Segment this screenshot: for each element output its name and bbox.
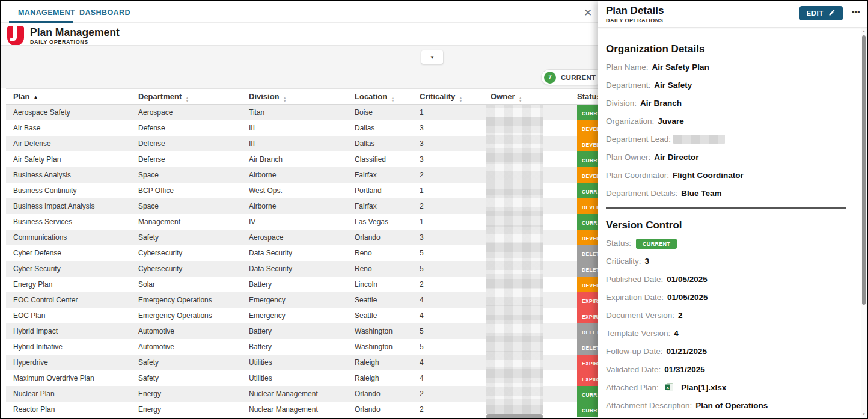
cell-department: Safety <box>131 370 242 386</box>
field-label: Document Version: <box>606 311 674 320</box>
table-row[interactable]: Cyber SecurityCybersecurityData Security… <box>6 261 674 277</box>
cell-division: III <box>242 136 347 151</box>
cell-department: Space <box>131 198 242 214</box>
cell-location: Fairfax <box>347 198 412 214</box>
panel-body: Organization DetailsPlan Name:Air Safety… <box>598 28 861 418</box>
field-value: Juvare <box>658 117 684 126</box>
table-row[interactable]: Maximum Overdrive PlanSafetyUtilitiesRal… <box>6 370 674 386</box>
sort-icon: ▲▼ <box>459 97 462 102</box>
detail-field: Template Version:4 <box>606 329 861 339</box>
cell-location: Raleigh <box>347 355 412 370</box>
column-header-department[interactable]: Department▲▼ <box>131 89 242 105</box>
tab-dashboard[interactable]: DASHBOARD <box>79 8 130 17</box>
panel-subtitle: DAILY OPERATIONS <box>606 17 663 23</box>
cell-division: Nuclear Management <box>242 402 347 417</box>
section-heading: Version Control <box>606 219 861 231</box>
cell-department: Defense <box>131 120 242 136</box>
table-row[interactable]: Cyber DefenseCybersecurityData SecurityR… <box>6 245 674 261</box>
field-label: Template Version: <box>606 329 670 338</box>
more-options-icon[interactable]: ••• <box>852 8 860 16</box>
toolbar-band: ▼ 7 CURRENT <box>1 45 598 88</box>
close-icon[interactable]: ✕ <box>581 6 595 20</box>
cell-plan: Business Continuity <box>6 183 131 198</box>
column-label: Criticality <box>420 92 455 101</box>
table-row[interactable]: Hybrid ImpactAutomotiveBatteryWashington… <box>6 323 674 339</box>
scroll-up-icon[interactable]: ▲ <box>861 29 867 33</box>
table-row[interactable]: HyperdriveSafetyUtilitiesRaleigh4EXPIRED <box>6 355 674 370</box>
expand-toolbar-button[interactable]: ▼ <box>421 50 443 64</box>
cell-department: Energy <box>131 402 242 417</box>
cell-division: Aerospace <box>242 230 347 245</box>
sort-icon: ▲▼ <box>185 97 189 102</box>
cell-department: Energy <box>131 386 242 402</box>
detail-field: Expiration Date:01/05/2025 <box>606 293 861 303</box>
cell-plan: Reactor Plan <box>6 402 131 417</box>
filter-count-badge: 7 <box>544 72 556 84</box>
cell-department: Cybersecurity <box>131 261 242 277</box>
cell-criticality: 2 <box>412 277 483 292</box>
field-label: Division: <box>606 99 637 108</box>
cell-plan: EOC Control Center <box>6 292 131 308</box>
edit-button[interactable]: EDIT <box>799 6 843 20</box>
cell-plan: Air Base <box>6 120 131 136</box>
table-row[interactable]: Hybrid InitiativeAutomotiveBatteryWashin… <box>6 339 674 355</box>
column-header-owner[interactable]: Owner▲▼ <box>483 89 570 105</box>
cell-location: Fairfax <box>347 167 412 183</box>
detail-field: Attached Plan: x Plan[1].xlsx <box>606 383 861 393</box>
cell-criticality: 2 <box>412 402 483 417</box>
panel-scrollbar-thumb[interactable] <box>862 35 866 305</box>
table-row[interactable]: Business ContinuityBCP OfficeWest Ops.Po… <box>6 183 674 198</box>
cell-location: Dallas <box>347 136 412 151</box>
tab-management[interactable]: MANAGEMENT <box>18 8 75 17</box>
detail-field: Plan Owner:Air Director <box>606 153 861 163</box>
field-label: Attachment Description: <box>606 401 692 410</box>
column-label: Department <box>138 92 182 101</box>
field-label: Follow-up Date: <box>606 347 663 356</box>
cell-criticality: 1 <box>412 105 483 120</box>
cell-division: Emergency <box>242 292 347 308</box>
cell-division: Air Branch <box>242 151 347 167</box>
table-row[interactable]: Reactor PlanEnergyNuclear ManagementOrla… <box>6 402 674 417</box>
column-header-plan[interactable]: Plan▲ <box>6 89 131 105</box>
cell-location: Reno <box>347 245 412 261</box>
field-value: Air Safety <box>654 81 692 90</box>
table-row[interactable]: Nuclear PlanEnergyNuclear ManagementOrla… <box>6 386 674 402</box>
scroll-down-icon[interactable]: ▼ <box>861 412 867 416</box>
table-row[interactable]: Air DefenseDefenseIIIDallas3DEVELOPMENT <box>6 136 674 151</box>
cell-location: Orlando <box>347 386 412 402</box>
cell-location: Las Vegas <box>347 214 412 230</box>
table-row[interactable]: Business ServicesManagementIVLas Vegas1C… <box>6 214 674 230</box>
current-filter-chip[interactable]: 7 CURRENT <box>541 69 604 85</box>
cell-division: Data Security <box>242 245 347 261</box>
table-row[interactable]: Air Safety PlanDefenseAir BranchClassifi… <box>6 151 674 167</box>
column-label: Division <box>249 92 280 101</box>
cell-criticality: 3 <box>412 120 483 136</box>
column-header-criticality[interactable]: Criticality▲▼ <box>412 89 483 105</box>
column-header-location[interactable]: Location▲▼ <box>347 89 412 105</box>
table-row[interactable]: EOC PlanEmergency OperationsEmergencySea… <box>6 308 674 323</box>
cell-criticality: 3 <box>412 136 483 151</box>
table-row[interactable]: Business AnalysisSpaceAirborneFairfax2DE… <box>6 167 674 183</box>
detail-field: Attachment Description:Plan of Operation… <box>606 401 861 411</box>
table-row[interactable]: Aerospace SafetyAerospaceTitanBoise1CURR… <box>6 105 674 120</box>
table-header-row: Plan▲Department▲▼Division▲▼Location▲▼Cri… <box>6 88 674 105</box>
title-row: Plan Management DAILY OPERATIONS <box>1 23 598 45</box>
cell-criticality: 4 <box>412 355 483 370</box>
horizontal-scrollbar-thumb[interactable] <box>486 414 543 419</box>
field-label: Plan Name: <box>606 63 649 72</box>
attachment-name[interactable]: Plan[1].xlsx <box>681 383 726 392</box>
table-row[interactable]: EOC Control CenterEmergency OperationsEm… <box>6 292 674 308</box>
detail-field: Criticality:3 <box>606 257 861 267</box>
cell-department: Cybersecurity <box>131 245 242 261</box>
cell-department: Automotive <box>131 323 242 339</box>
cell-criticality: 4 <box>412 292 483 308</box>
cell-department: Aerospace <box>131 105 242 120</box>
cell-plan: Hybrid Impact <box>6 323 131 339</box>
table-row[interactable]: Business Impact AnalysisSpaceAirborneFai… <box>6 198 674 214</box>
cell-criticality: 2 <box>412 167 483 183</box>
column-header-division[interactable]: Division▲▼ <box>242 89 347 105</box>
table-row[interactable]: Energy PlanSolarBatteryLincoln2DEVELOPME… <box>6 277 674 292</box>
table-row[interactable]: CommunicationsSafetyAerospaceOrlando3DEV… <box>6 230 674 245</box>
table-row[interactable]: Air BaseDefenseIIIDallas3DEVELOPMENT <box>6 120 674 136</box>
cell-division: Utilities <box>242 370 347 386</box>
